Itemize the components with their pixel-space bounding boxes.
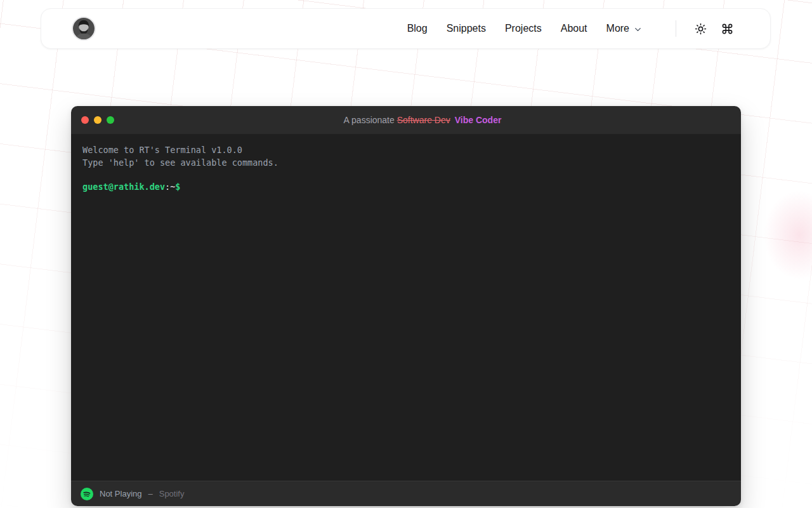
- terminal-title-prefix: A passionate: [344, 115, 397, 125]
- command-icon: [721, 23, 733, 35]
- terminal-line-welcome: Welcome to RT's Terminal v1.0.0: [82, 144, 730, 156]
- nav-item-projects[interactable]: Projects: [505, 23, 542, 34]
- navbar: Blog Snippets Projects About More: [41, 8, 771, 49]
- background-glow: [749, 171, 812, 298]
- minimize-button[interactable]: [94, 116, 102, 124]
- nav-item-blog[interactable]: Blog: [407, 23, 428, 34]
- spotify-status: Not Playing: [100, 489, 141, 498]
- terminal-footer: Not Playing – Spotify: [71, 481, 741, 506]
- terminal-title-highlight: Vibe Coder: [455, 115, 502, 125]
- chevron-down-icon: [633, 25, 643, 34]
- theme-toggle-button[interactable]: [691, 20, 709, 37]
- prompt-symbol: $: [175, 182, 180, 192]
- terminal-title: A passionate Software DevVibe Coder: [114, 115, 731, 125]
- maximize-button[interactable]: [107, 116, 114, 124]
- prompt-path: :~: [165, 182, 175, 192]
- terminal-body[interactable]: Welcome to RT's Terminal v1.0.0 Type 'he…: [71, 134, 741, 481]
- spotify-separator: –: [148, 489, 152, 498]
- navbar-divider: [676, 20, 676, 37]
- terminal-title-strikethrough: Software Dev: [397, 115, 450, 125]
- terminal-prompt[interactable]: guest@rathik.dev:~$: [82, 180, 730, 193]
- terminal-line-help: Type 'help' to see available commands.: [82, 156, 730, 169]
- spotify-service-label: Spotify: [159, 489, 185, 498]
- terminal-window: A passionate Software DevVibe Coder Welc…: [71, 106, 741, 506]
- command-menu-button[interactable]: [718, 20, 736, 37]
- terminal-titlebar: A passionate Software DevVibe Coder: [71, 106, 741, 134]
- prompt-user: guest@rathik.dev: [82, 182, 165, 192]
- nav-links: Blog Snippets Projects About More: [407, 23, 643, 34]
- nav-item-more[interactable]: More: [606, 23, 643, 34]
- sun-icon: [695, 23, 707, 35]
- close-button[interactable]: [81, 116, 89, 124]
- avatar[interactable]: [72, 17, 96, 41]
- spotify-icon: [81, 488, 93, 500]
- nav-item-snippets[interactable]: Snippets: [447, 23, 486, 34]
- nav-item-about[interactable]: About: [561, 23, 587, 34]
- avatar-image: [73, 18, 95, 39]
- nav-item-more-label: More: [606, 23, 629, 34]
- window-controls: [81, 116, 114, 124]
